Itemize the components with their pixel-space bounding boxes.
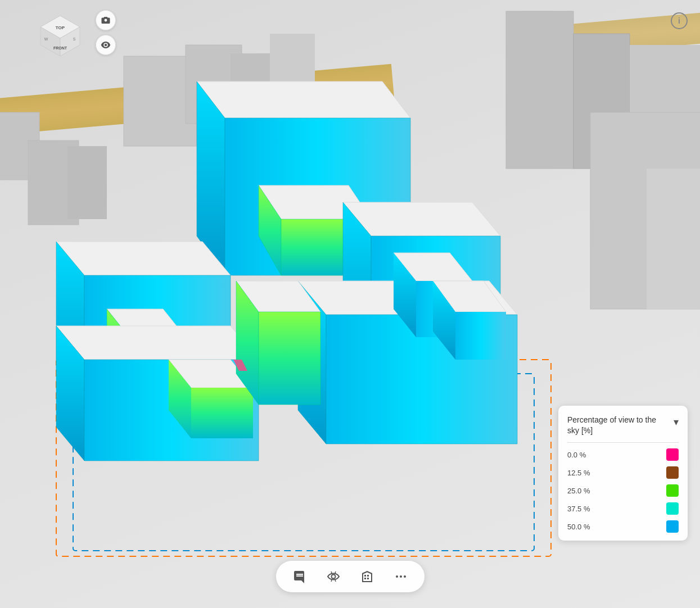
svg-point-55 xyxy=(105,44,107,47)
comment-button[interactable] xyxy=(290,566,310,587)
svg-point-56 xyxy=(331,575,335,579)
toolbar-top xyxy=(96,10,116,55)
svg-rect-11 xyxy=(647,169,700,309)
legend-item: 50.0 % xyxy=(567,520,679,533)
legend-item-label: 50.0 % xyxy=(567,523,590,531)
svg-text:TOP: TOP xyxy=(56,25,65,30)
svg-point-58 xyxy=(400,575,402,578)
3d-scene: TOP FRONT W S i Percentage of view t xyxy=(0,0,700,608)
legend-item: 0.0 % xyxy=(567,448,679,461)
bottom-toolbar xyxy=(276,561,424,592)
legend-item: 12.5 % xyxy=(567,466,679,479)
legend-title: Percentage of view to the sky [%] xyxy=(567,415,669,437)
navigation-cube[interactable]: TOP FRONT W S xyxy=(34,11,87,65)
info-icon: i xyxy=(678,16,680,25)
legend-item-color xyxy=(666,466,679,479)
view-analysis-button[interactable] xyxy=(323,566,344,587)
svg-marker-20 xyxy=(56,242,231,275)
svg-marker-32 xyxy=(56,326,259,360)
legend-panel: Percentage of view to the sky [%] ▾ 0.0 … xyxy=(558,406,688,541)
legend-item: 37.5 % xyxy=(567,502,679,515)
legend-expand-button[interactable]: ▾ xyxy=(674,416,679,428)
svg-rect-5 xyxy=(67,146,107,219)
legend-item-color xyxy=(666,448,679,461)
more-options-button[interactable] xyxy=(391,566,411,587)
legend-items: 0.0 %12.5 %25.0 %37.5 %50.0 % xyxy=(567,448,679,533)
svg-text:FRONT: FRONT xyxy=(53,46,67,50)
legend-divider xyxy=(567,442,679,443)
svg-text:S: S xyxy=(73,37,76,41)
legend-header: Percentage of view to the sky [%] ▾ xyxy=(567,415,679,437)
legend-item-color xyxy=(666,520,679,533)
svg-marker-37 xyxy=(191,388,253,438)
view-toggle-button[interactable] xyxy=(96,35,116,55)
svg-marker-47 xyxy=(455,312,506,360)
camera-button[interactable] xyxy=(96,10,116,30)
building-button[interactable] xyxy=(357,566,377,587)
svg-rect-0 xyxy=(506,11,573,169)
legend-item-label: 37.5 % xyxy=(567,505,590,513)
info-button[interactable]: i xyxy=(671,12,688,29)
legend-item-label: 0.0 % xyxy=(567,451,586,459)
svg-point-57 xyxy=(396,575,398,578)
svg-marker-40 xyxy=(259,312,320,405)
legend-item-label: 25.0 % xyxy=(567,487,590,495)
svg-text:W: W xyxy=(44,37,48,41)
legend-item: 25.0 % xyxy=(567,484,679,497)
legend-item-color xyxy=(666,484,679,497)
svg-point-59 xyxy=(404,575,406,578)
legend-item-label: 12.5 % xyxy=(567,469,590,477)
svg-marker-14 xyxy=(197,81,410,118)
legend-item-color xyxy=(666,502,679,515)
